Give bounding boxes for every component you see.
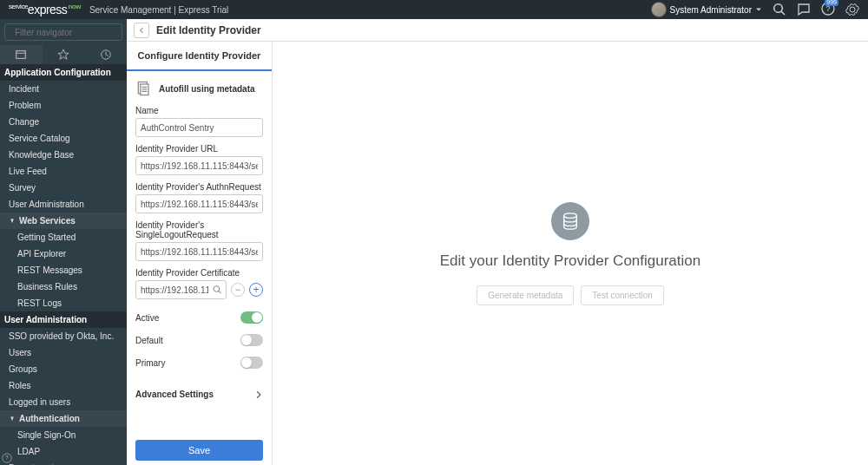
advanced-label: Advanced Settings [135,390,214,399]
nav-rest-messages[interactable]: REST Messages [0,262,127,278]
nav-incident[interactable]: Incident [0,81,127,97]
user-menu[interactable]: System Administrator [651,2,762,17]
filter-input[interactable] [15,28,125,37]
right-title: Edit your Identity Provider Configuratio… [440,252,701,270]
document-icon [135,80,153,97]
nav-users[interactable]: Users [0,344,127,361]
nav-service-catalog[interactable]: Service Catalog [0,130,127,147]
search-icon[interactable] [213,285,222,295]
nav-api-explorer[interactable]: API Explorer [0,246,127,262]
nav-authentication[interactable]: ▼Authentication [0,410,127,427]
help-badge: 999 [825,0,838,6]
test-connection-button[interactable]: Test connection [581,285,664,305]
user-name: System Administrator [670,5,752,15]
generate-metadata-button[interactable]: Generate metadata [477,285,574,305]
chat-icon[interactable] [797,3,811,16]
nav-survey[interactable]: Survey [0,180,127,196]
nav-problem[interactable]: Problem [0,97,127,114]
search-icon[interactable] [773,3,786,16]
nav-business-rules[interactable]: Business Rules [0,278,127,295]
toggle-active[interactable] [240,311,263,324]
content-header: Edit Identity Provider [127,19,868,42]
nav-change[interactable]: Change [0,114,127,130]
cert-add-button[interactable]: + [249,283,263,297]
help-corner-icon[interactable]: ? [2,453,12,463]
nav-groups[interactable]: Groups [0,361,127,377]
nav-live-feed[interactable]: Live Feed [0,163,127,180]
page-title: Edit Identity Provider [156,24,261,36]
section-user-admin: User Administration [0,311,127,328]
toggle-primary[interactable] [240,357,263,369]
nav-ldap[interactable]: LDAP [0,443,127,460]
database-icon [551,202,589,240]
label-idp-url: Identity Provider URL [135,144,263,154]
help-icon[interactable]: ? 999 [821,2,835,18]
label-default: Default [135,336,163,345]
svg-text:?: ? [5,455,9,461]
nav-sso-okta[interactable]: SSO provided by Okta, Inc. [0,328,127,344]
filter-navigator[interactable] [4,23,122,41]
label-cert: Identity Provider Certificate [135,268,263,278]
avatar [651,2,667,17]
input-logout[interactable] [135,242,263,261]
advanced-settings[interactable]: Advanced Settings [135,383,263,406]
sidebar: Application Configuration Incident Probl… [0,19,127,465]
label-active: Active [135,313,159,323]
nav-user-admin[interactable]: User Administration [0,196,127,213]
tab-apps[interactable] [0,45,43,64]
tab-configure-idp[interactable]: Configure Identity Provider [127,42,272,71]
chevron-right-icon [254,390,263,399]
svg-rect-2 [16,51,26,59]
right-panel: Edit your Identity Provider Configuratio… [273,42,868,465]
nav-roles[interactable]: Roles [0,377,127,394]
label-authn: Identity Provider's AuthnRequest [135,182,263,192]
tab-history[interactable] [84,45,127,64]
label-primary: Primary [135,358,165,368]
label-logout: Identity Provider's SingleLogoutRequest [135,220,263,239]
input-idp-url[interactable] [135,156,263,175]
input-name[interactable] [135,118,263,137]
back-button[interactable] [134,23,149,38]
autofill-metadata[interactable]: Autofill using metadata [127,71,272,106]
tab-favorites[interactable] [43,45,85,64]
nav-getting-started[interactable]: Getting Started [0,229,127,246]
top-bar: serviceexpressnow Service Management | E… [0,0,868,19]
nav-logged-in-users[interactable]: Logged in users [0,394,127,410]
autofill-label: Autofill using metadata [159,84,255,94]
nav-rest-logs[interactable]: REST Logs [0,295,127,311]
save-button[interactable]: Save [135,440,263,461]
nav-web-services[interactable]: ▼Web Services [0,213,127,229]
toggle-default[interactable] [240,334,263,346]
cert-remove-button[interactable]: − [231,283,245,297]
nav-knowledge-base[interactable]: Knowledge Base [0,147,127,163]
input-authn[interactable] [135,194,263,213]
logo: serviceexpressnow [9,3,81,16]
section-app-config: Application Configuration [0,64,127,81]
gear-icon[interactable] [845,3,859,16]
breadcrumb: Service Management | Express Trial [89,5,228,15]
nav-departments[interactable]: Departments [0,460,127,465]
label-name: Name [135,106,263,115]
nav-sso[interactable]: Single Sign-On [0,427,127,443]
svg-point-12 [564,213,577,218]
